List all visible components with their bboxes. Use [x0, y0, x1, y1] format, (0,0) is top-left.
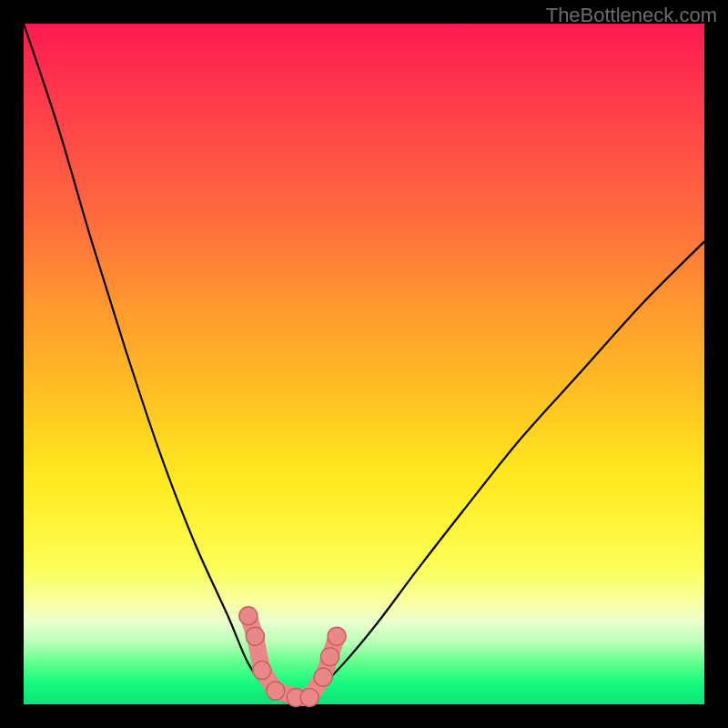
marker-dot [267, 682, 285, 700]
plot-area [24, 24, 704, 704]
watermark-text: TheBottleneck.com [546, 4, 717, 27]
marker-dot [300, 689, 318, 707]
marker-dot [246, 627, 264, 645]
marker-dot [253, 662, 271, 680]
marker-dot [321, 648, 339, 666]
line-left-curve [24, 24, 296, 704]
line-right-curve [296, 241, 704, 704]
marker-dot [314, 668, 332, 686]
chart-svg [24, 24, 704, 704]
marker-dot [328, 627, 346, 645]
marker-dot [239, 607, 258, 625]
chart-frame: TheBottleneck.com [0, 0, 728, 728]
